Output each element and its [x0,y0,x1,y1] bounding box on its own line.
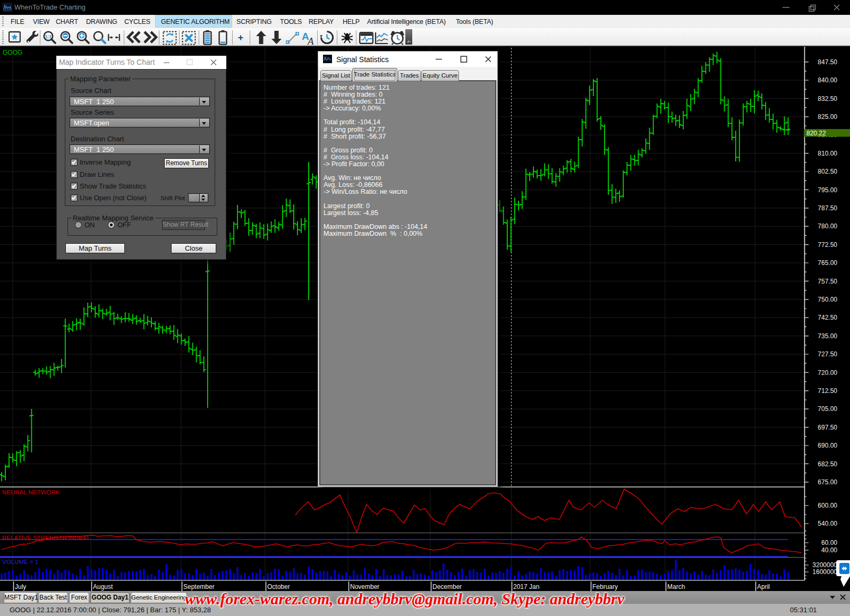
svg-text:757.50: 757.50 [818,278,837,285]
svg-text:705.00: 705.00 [818,405,837,413]
svg-text:787.50: 787.50 [818,204,837,212]
svg-text:750.00: 750.00 [818,296,837,303]
svg-text:2017 Jan: 2017 Jan [513,583,539,591]
svg-text:720.00: 720.00 [818,369,837,377]
svg-text:October: October [267,583,290,591]
svg-text:795.00: 795.00 [818,186,837,194]
svg-text:VOLUME = 1: VOLUME = 1 [2,559,38,565]
svg-text:1:1: 1:1 [45,34,52,39]
svg-text:600.00: 600.00 [818,502,837,509]
svg-text:NEURAL NETWORK: NEURAL NETWORK [2,489,60,495]
svg-text:675.00: 675.00 [818,478,837,486]
svg-text:40.00: 40.00 [821,546,837,554]
svg-text:820.22: 820.22 [806,130,826,137]
svg-text:3200000: 3200000 [812,561,837,569]
svg-text:840.00: 840.00 [818,76,837,84]
svg-text:April: April [757,583,770,591]
svg-text:847.50: 847.50 [818,58,837,66]
svg-text:825.00: 825.00 [818,113,837,121]
svg-text:September: September [183,583,215,591]
svg-text:A: A [307,36,314,45]
svg-text:December: December [432,583,462,591]
svg-text:832.50: 832.50 [818,95,837,102]
svg-text:735.00: 735.00 [818,332,837,340]
svg-text:802.50: 802.50 [818,168,837,175]
svg-text:690.00: 690.00 [818,442,837,449]
svg-text:March: March [667,583,685,591]
svg-text:July: July [15,583,26,591]
svg-text:GOOG: GOOG [3,49,22,56]
svg-text:712.50: 712.50 [818,387,837,395]
svg-text:August: August [93,583,113,591]
svg-text:780.00: 780.00 [818,223,837,230]
svg-text:810.00: 810.00 [818,150,837,157]
svg-text:772.50: 772.50 [818,241,837,249]
svg-text:727.50: 727.50 [818,350,837,358]
svg-text:RELATIVE STRENGTH INDEXI: RELATIVE STRENGTH INDEXI [2,535,89,541]
svg-text:697.50: 697.50 [818,424,837,431]
svg-text:540.00: 540.00 [818,520,837,527]
svg-text:742.50: 742.50 [818,314,837,321]
svg-text:November: November [350,583,379,591]
svg-text:765.00: 765.00 [818,259,837,267]
svg-text:682.50: 682.50 [818,460,837,468]
svg-text:60.00: 60.00 [821,539,837,546]
svg-text:1600000: 1600000 [812,568,837,576]
svg-text:February: February [592,583,618,591]
